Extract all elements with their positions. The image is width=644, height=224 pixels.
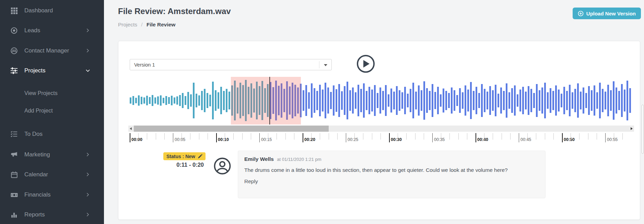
timeline-tick bbox=[527, 133, 528, 140]
timeline-tick bbox=[233, 133, 234, 140]
sidebar-item-leads[interactable]: Leads bbox=[0, 26, 104, 35]
timeline-tick bbox=[614, 133, 614, 140]
timeline-tick bbox=[354, 133, 355, 140]
timeline-tick bbox=[553, 133, 554, 140]
play-button[interactable] bbox=[357, 55, 375, 73]
timeline-tick bbox=[164, 133, 165, 140]
timeline-tick bbox=[389, 133, 390, 142]
timeline-tick bbox=[268, 133, 268, 140]
reply-link[interactable]: Reply bbox=[244, 178, 258, 185]
comment-card: Emily Wells at 01/11/2020 1:21 pm The dr… bbox=[238, 151, 546, 198]
timeline-label: 00:55 bbox=[607, 137, 618, 142]
sliders-icon bbox=[10, 67, 18, 75]
timeline-label: 00:45 bbox=[520, 137, 531, 142]
sidebar: DashboardLeadsContact ManagerProjectsVie… bbox=[0, 0, 104, 224]
sidebar-item-contact-manager[interactable]: Contact Manager bbox=[0, 46, 104, 56]
sidebar-item-projects[interactable]: Projects bbox=[0, 66, 104, 75]
timeline-tick bbox=[346, 133, 346, 142]
sidebar-item-label: Dashboard bbox=[24, 7, 53, 14]
timeline-tick bbox=[372, 133, 372, 140]
sidebar-item-label: Reports bbox=[24, 211, 45, 218]
timeline-tick bbox=[398, 133, 398, 140]
sidebar-item-add-project[interactable]: Add Project bbox=[0, 106, 104, 116]
timeline-label: 00:25 bbox=[348, 137, 358, 142]
user-avatar-icon bbox=[213, 157, 231, 175]
chevron-down-icon bbox=[324, 64, 327, 66]
version-select-value: Version 1 bbox=[134, 62, 155, 68]
timeline-tick bbox=[147, 133, 147, 140]
timeline-tick bbox=[449, 133, 450, 140]
grid-icon bbox=[10, 7, 18, 15]
version-select-divider bbox=[319, 61, 319, 68]
timeline-tick bbox=[208, 133, 208, 140]
version-select[interactable]: Version 1 bbox=[130, 59, 332, 70]
timeline-tick bbox=[259, 133, 260, 142]
timeline-ruler: 00:0000:0500:1000:1500:2000:2500:3000:35… bbox=[130, 133, 637, 145]
timeline-tick bbox=[337, 133, 338, 140]
timeline-tick bbox=[182, 133, 182, 140]
sidebar-item-dashboard[interactable]: Dashboard bbox=[0, 6, 104, 15]
upload-button-label: Upload New Version bbox=[586, 11, 636, 16]
timeline-tick bbox=[588, 133, 588, 140]
page-vertical-scrollbar[interactable] bbox=[642, 105, 644, 154]
timeline-tick bbox=[562, 133, 563, 142]
timeline-tick bbox=[476, 133, 476, 142]
audio-waveform[interactable] bbox=[130, 75, 631, 126]
timeline-label: 00:00 bbox=[131, 137, 142, 142]
comment-body: The drums come in a little too loud in t… bbox=[244, 166, 517, 174]
checklist-icon bbox=[10, 130, 18, 138]
right-arrow-icon bbox=[631, 127, 633, 130]
timeline-tick bbox=[502, 133, 502, 140]
sidebar-item-financials[interactable]: Financials bbox=[0, 190, 104, 200]
timeline-label: 00:20 bbox=[304, 137, 315, 142]
file-review-card: Version 1 00:0000:0500:1000:1500:2000:25… bbox=[118, 41, 640, 220]
sidebar-item-reports[interactable]: Reports bbox=[0, 210, 104, 220]
comment-timestamp: at 01/11/2020 1:21 pm bbox=[277, 157, 321, 162]
timeline-tick bbox=[156, 133, 156, 140]
sidebar-item-label: Calendar bbox=[24, 171, 48, 178]
chevron-right-icon bbox=[85, 152, 91, 157]
status-badge[interactable]: Status : New bbox=[163, 152, 206, 160]
sidebar-item-calendar[interactable]: Calendar bbox=[0, 170, 104, 179]
timeline-tick bbox=[441, 133, 441, 140]
waveform-horizontal-scrollbar[interactable] bbox=[128, 126, 634, 132]
timeline-tick bbox=[467, 133, 467, 140]
comment-header: Emily Wells at 01/11/2020 1:21 pm bbox=[244, 156, 539, 162]
upload-new-version-button[interactable]: Upload New Version bbox=[573, 8, 641, 19]
sidebar-item-to-dos[interactable]: To Dos bbox=[0, 129, 104, 139]
breadcrumb-current: File Review bbox=[147, 22, 175, 27]
timeline-tick bbox=[605, 133, 606, 142]
chevron-right-icon bbox=[85, 212, 91, 217]
timeline-tick bbox=[311, 133, 312, 140]
plus-circle-icon bbox=[578, 11, 584, 16]
sidebar-item-marketing[interactable]: Marketing bbox=[0, 150, 104, 160]
scroll-right-arrow[interactable] bbox=[629, 126, 634, 132]
breadcrumb-projects-link[interactable]: Projects bbox=[118, 22, 137, 27]
timeline-tick bbox=[216, 133, 217, 142]
timeline-tick bbox=[571, 133, 571, 140]
timeline-tick bbox=[597, 133, 597, 140]
timeline-tick bbox=[510, 133, 511, 140]
breadcrumb: Projects / File Review bbox=[118, 22, 175, 28]
chevron-down-icon bbox=[85, 68, 91, 73]
timeline-label: 00:50 bbox=[564, 137, 575, 142]
timeline-label: 00:05 bbox=[175, 137, 185, 142]
contacts-icon bbox=[10, 47, 18, 55]
timeline-tick bbox=[225, 133, 225, 140]
left-arrow-icon bbox=[130, 127, 132, 130]
playhead-cursor[interactable] bbox=[269, 77, 270, 125]
play-icon bbox=[363, 60, 370, 68]
timeline-tick bbox=[545, 133, 545, 140]
sidebar-item-label: Marketing bbox=[24, 151, 50, 158]
timeline-label: 00:30 bbox=[391, 137, 402, 142]
scrollbar-thumb[interactable] bbox=[134, 126, 329, 132]
comment-author: Emily Wells bbox=[244, 156, 274, 162]
timeline-tick bbox=[190, 133, 190, 140]
timeline-tick bbox=[622, 133, 623, 140]
timeline-tick bbox=[138, 133, 139, 140]
sidebar-item-view-projects[interactable]: View Projects bbox=[0, 89, 104, 98]
scroll-left-arrow[interactable] bbox=[128, 126, 133, 132]
timeline-label: 00:10 bbox=[218, 137, 229, 142]
timeline-tick bbox=[329, 133, 329, 140]
timeline-tick bbox=[406, 133, 407, 140]
